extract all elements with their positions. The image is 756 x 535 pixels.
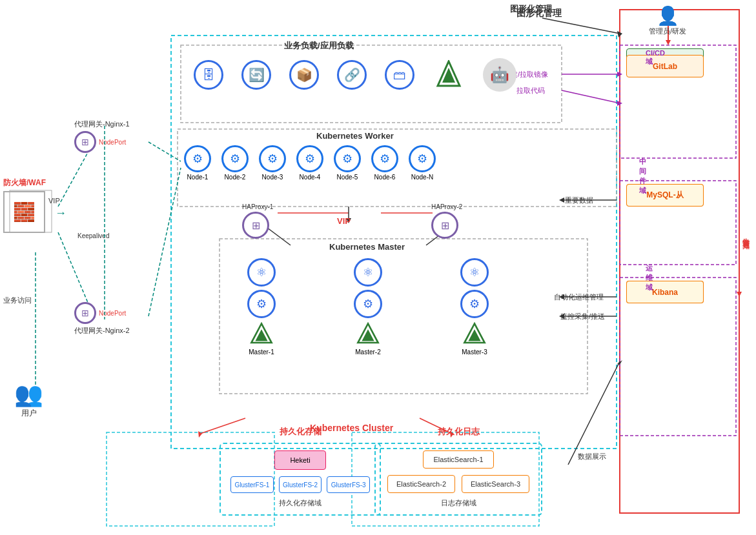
node1-icon: ⚙ — [184, 145, 211, 172]
proxy2-label: 代理网关-Nginx-2 — [74, 326, 130, 336]
middleware-label: 中间件域 — [639, 157, 646, 196]
svg-marker-41 — [198, 431, 202, 438]
master1-section: ⚛ ⚙ Master-1 — [236, 258, 287, 356]
user-label: 用户 — [14, 408, 43, 419]
cicd-label: CI/CD域 — [646, 49, 665, 66]
pod-icon: 📦 — [289, 60, 319, 90]
log-domain-label: 日志存储域 — [385, 498, 531, 508]
svg-line-15 — [148, 168, 181, 316]
svg-marker-27 — [617, 72, 622, 77]
glusterfs-row: GlusterFS-1 GlusterFS-2 GlusterFS-3 — [230, 476, 370, 493]
admin-icon: 👤 管理员/研发 — [649, 5, 686, 36]
important-data-label: 重要数据 — [565, 196, 593, 205]
log-section: 持久化日志 ElasticSearch-1 ElasticSearch-2 El… — [374, 426, 542, 516]
node3-label: Node-3 — [259, 174, 286, 181]
svg-line-14 — [148, 142, 181, 161]
node1-label: Node-1 — [184, 174, 211, 181]
storage-domain-label: 持久化存储域 — [230, 498, 370, 508]
proxy1-nodeport: ⊞ NodePort — [74, 131, 130, 153]
master1-api-icon: ⚙ — [247, 290, 276, 318]
user-section: 👥 用户 — [14, 381, 43, 419]
master2-label: Master-2 — [342, 348, 394, 356]
node4-icon: ⚙ — [296, 145, 323, 172]
master1-etcd-icon: ⚛ — [247, 258, 276, 287]
vip-arrow: → — [55, 207, 66, 220]
node3-item: ⚙ Node-3 — [259, 145, 286, 181]
monitor-label: 监控采集/推送 — [560, 312, 605, 321]
node6-icon: ⚙ — [371, 145, 398, 172]
node3-icon: ⚙ — [259, 145, 286, 172]
keepalived-label: Keepalived — [77, 232, 109, 239]
auto-ops-label: 自动化运维管理 — [554, 292, 604, 302]
haproxy2-icon: ⊞ — [431, 212, 458, 239]
svg-marker-39 — [737, 292, 742, 297]
glusterfs2-box: GlusterFS-2 — [279, 476, 322, 493]
proxy1-icon: ⊞ — [74, 131, 96, 153]
es2-box: ElasticSearch-2 — [387, 475, 455, 493]
deployment-icon: 🗄 — [194, 60, 223, 90]
glusterfs3-box: GlusterFS-3 — [327, 476, 370, 493]
robot-icon: 🤖 — [483, 58, 516, 92]
master2-helm-icon — [342, 321, 394, 347]
node4-label: Node-4 — [296, 174, 323, 181]
mysql-slave-box: MySQL-从 — [626, 184, 704, 207]
master2-section: ⚛ ⚙ Master-2 — [342, 258, 394, 356]
firewall-section: 防火墙/WAF 🧱 VIP — [3, 177, 46, 233]
master3-helm-icon — [449, 321, 500, 347]
firewall-icon: 🧱 — [3, 191, 45, 233]
main-diagram: 图形化管理 图形化管理 👤 管理员/研发 Harbor GitLab CI/CD… — [0, 0, 756, 535]
master1-label: Master-1 — [236, 348, 287, 356]
es3-box: ElasticSearch-3 — [462, 475, 529, 493]
persistent-storage-title: 持久化存储 — [220, 426, 381, 438]
node5-icon: ⚙ — [334, 145, 361, 172]
keepalived-line — [98, 126, 111, 319]
worker-nodes: ⚙ Node-1 ⚙ Node-2 ⚙ Node-3 ⚙ Node-4 ⚙ No… — [184, 145, 436, 181]
k8s-master-title: Kubernetes Master — [329, 242, 405, 252]
statefulset-icon: 🗃 — [385, 60, 414, 90]
node5-label: Node-5 — [334, 174, 361, 181]
vip-center-label: VIP — [337, 216, 351, 226]
ingress-icon: 🔗 — [337, 60, 367, 90]
persistent-log-title: 持久化日志 — [374, 426, 542, 438]
svg-line-24 — [542, 18, 620, 34]
glusterfs1-box: GlusterFS-1 — [230, 476, 274, 493]
nodeport2-label: NodePort — [99, 310, 126, 317]
app-workload-title: 业务负载/应用负载 — [284, 40, 354, 52]
nodeport1-label: NodePort — [99, 139, 126, 146]
proxy-nginx2-section: ⊞ NodePort 代理网关-Nginx-2 — [74, 302, 130, 336]
nodeN-label: Node-N — [409, 174, 436, 181]
svg-marker-37 — [617, 360, 622, 365]
master2-api-icon: ⚙ — [354, 290, 382, 318]
kibana-box: Kibana — [626, 281, 704, 303]
graphic-mgmt-title: 图形化管理 — [510, 3, 552, 15]
heketi-box: Heketi — [274, 450, 326, 470]
nodeN-icon: ⚙ — [409, 145, 436, 172]
master3-section: ⚛ ⚙ Master-3 — [449, 258, 500, 356]
firewall-label: 防火墙/WAF — [3, 177, 46, 188]
pull-code-label: 拉取代码 — [516, 86, 545, 96]
proxy-nginx1-section: 代理网关-Nginx-1 ⊞ NodePort — [74, 119, 130, 153]
haproxy1-section: HAProxy-1 ⊞ — [242, 203, 273, 239]
es-row: ElasticSearch-2 ElasticSearch-3 — [385, 475, 531, 493]
master3-label: Master-3 — [449, 348, 500, 356]
ops-label: 运维域 — [646, 263, 653, 292]
proxy1-label: 代理网关-Nginx-1 — [74, 119, 130, 129]
storage-box: Heketi GlusterFS-1 GlusterFS-2 GlusterFS… — [220, 443, 381, 516]
vip-label: VIP — [48, 197, 60, 205]
master2-etcd-icon: ⚛ — [354, 258, 382, 287]
svg-line-28 — [562, 90, 620, 103]
k8s-worker-title: Kubernetes Worker — [316, 131, 394, 141]
node2-label: Node-2 — [221, 174, 249, 181]
haproxy2-section: HAProxy-2 ⊞ — [431, 203, 462, 239]
node6-label: Node-6 — [371, 174, 398, 181]
storage-section: 持久化存储 Heketi GlusterFS-1 GlusterFS-2 Glu… — [220, 426, 381, 516]
node1-item: ⚙ Node-1 — [184, 145, 211, 181]
node2-item: ⚙ Node-2 — [221, 145, 249, 181]
svg-line-36 — [568, 361, 620, 465]
proxy2-nodeport: ⊞ NodePort — [74, 302, 130, 324]
node5-item: ⚙ Node-5 — [334, 145, 361, 181]
master3-etcd-icon: ⚛ — [460, 258, 489, 287]
master3-api-icon: ⚙ — [460, 290, 489, 318]
master1-helm-icon — [236, 321, 287, 347]
svg-marker-23 — [666, 40, 671, 45]
